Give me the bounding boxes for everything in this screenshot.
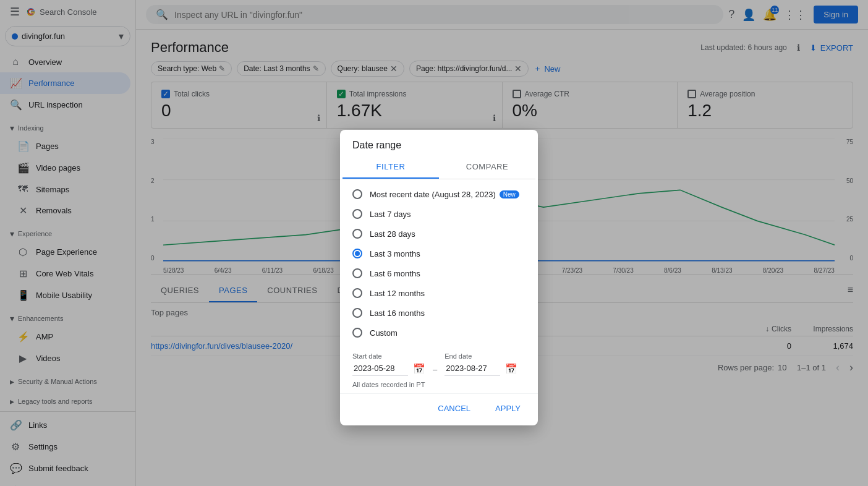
modal-tab-compare[interactable]: COMPARE [439, 156, 535, 179]
custom-dates: Start date 📅 – End date 📅 [340, 347, 538, 378]
modal-tab-filter[interactable]: FILTER [343, 156, 439, 179]
radio-custom[interactable]: Custom [340, 323, 538, 343]
modal-options: Most recent date (August 28, 2023) New L… [340, 179, 538, 347]
start-date-input[interactable] [352, 361, 408, 376]
modal-tabs: FILTER COMPARE [343, 156, 535, 179]
radio-label-last-16-months: Last 16 months [370, 309, 425, 318]
radio-circle-custom [352, 328, 362, 338]
apply-button[interactable]: APPLY [485, 399, 530, 418]
radio-label-last-7-days: Last 7 days [370, 210, 411, 219]
radio-label-last-12-months: Last 12 months [370, 289, 425, 298]
new-badge: New [500, 190, 519, 198]
start-date-label: Start date [352, 352, 408, 360]
end-date-input[interactable] [445, 361, 500, 376]
radio-last-16-months[interactable]: Last 16 months [340, 303, 538, 323]
date-range-modal: Date range FILTER COMPARE Most recent da… [340, 130, 538, 425]
radio-last-6-months[interactable]: Last 6 months [340, 263, 538, 283]
end-date-group: End date [445, 352, 500, 376]
date-separator: – [430, 365, 440, 374]
start-date-group: Start date [352, 352, 408, 376]
radio-most-recent[interactable]: Most recent date (August 28, 2023) New [340, 184, 538, 204]
radio-circle-last-28-days [352, 229, 362, 239]
cancel-button[interactable]: CANCEL [428, 399, 480, 418]
radio-circle-last-6-months [352, 268, 362, 278]
radio-last-3-months[interactable]: Last 3 months [340, 244, 538, 263]
radio-label-last-3-months: Last 3 months [370, 249, 420, 258]
modal-note: All dates recorded in PT [340, 378, 538, 393]
end-date-label: End date [445, 352, 500, 360]
radio-circle-last-12-months [352, 288, 362, 298]
radio-label-custom: Custom [370, 328, 398, 338]
modal-footer: CANCEL APPLY [340, 393, 538, 425]
radio-circle-last-3-months [352, 249, 362, 258]
radio-last-28-days[interactable]: Last 28 days [340, 224, 538, 244]
radio-label-last-28-days: Last 28 days [370, 229, 415, 239]
radio-last-7-days[interactable]: Last 7 days [340, 204, 538, 224]
radio-label-last-6-months: Last 6 months [370, 269, 420, 278]
start-date-calendar-icon[interactable]: 📅 [413, 363, 425, 375]
end-date-calendar-icon[interactable]: 📅 [505, 363, 517, 375]
radio-circle-last-16-months [352, 308, 362, 318]
radio-label-most-recent: Most recent date (August 28, 2023) New [370, 190, 519, 199]
modal-title: Date range [340, 130, 538, 156]
radio-circle-last-7-days [352, 209, 362, 219]
modal-overlay[interactable]: Date range FILTER COMPARE Most recent da… [0, 0, 868, 486]
radio-last-12-months[interactable]: Last 12 months [340, 283, 538, 303]
radio-circle-most-recent [352, 189, 362, 199]
